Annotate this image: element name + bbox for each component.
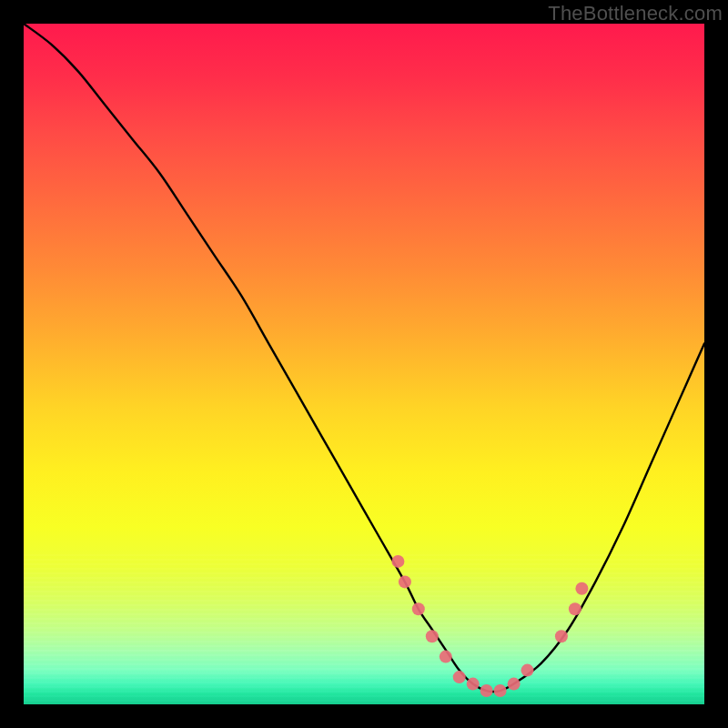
marker-point — [426, 630, 439, 642]
chart-frame: TheBottleneck.com — [0, 0, 728, 728]
marker-point — [391, 555, 404, 568]
marker-point — [521, 664, 534, 677]
marker-point — [440, 651, 452, 663]
marker-point — [575, 582, 588, 595]
marker-point — [508, 678, 521, 691]
bottleneck-curve — [24, 24, 704, 692]
chart-svg — [24, 24, 704, 704]
marker-point — [569, 602, 581, 615]
marker-point — [467, 678, 480, 691]
marker-point — [555, 630, 568, 642]
watermark-text: TheBottleneck.com — [548, 2, 723, 25]
marker-point — [494, 684, 507, 697]
plot-area — [24, 24, 704, 704]
marker-point — [480, 684, 493, 697]
highlight-markers — [391, 555, 588, 697]
marker-point — [399, 575, 411, 588]
marker-point — [412, 602, 425, 615]
marker-point — [453, 671, 466, 683]
